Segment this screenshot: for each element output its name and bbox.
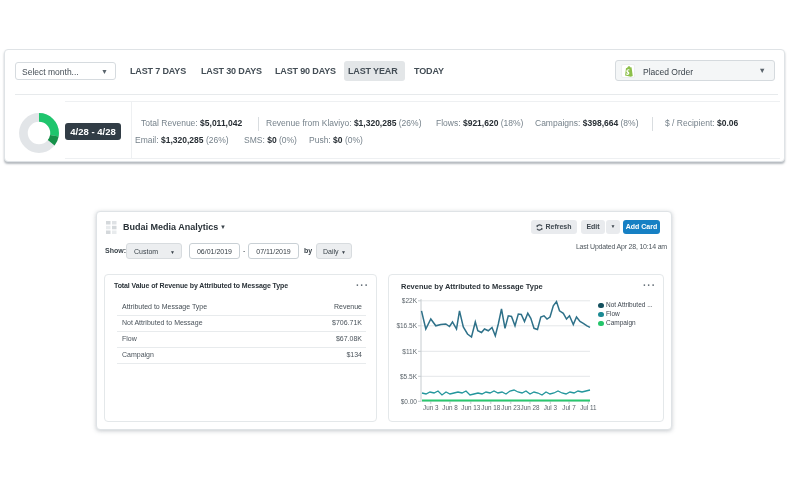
svg-text:Jun 23: Jun 23 <box>501 404 520 411</box>
svg-text:Jun 8: Jun 8 <box>442 404 458 411</box>
svg-text:$11K: $11K <box>402 348 417 355</box>
svg-text:$5.5K: $5.5K <box>400 373 418 380</box>
svg-text:$16.5K: $16.5K <box>396 322 417 329</box>
svg-text:Jun 3: Jun 3 <box>423 404 439 411</box>
svg-text:Jul 3: Jul 3 <box>544 404 558 411</box>
svg-text:Jun 18: Jun 18 <box>481 404 500 411</box>
svg-text:$22K: $22K <box>402 297 418 304</box>
svg-text:$0.00: $0.00 <box>401 398 418 405</box>
svg-text:Jun 13: Jun 13 <box>461 404 480 411</box>
svg-text:Jun 28: Jun 28 <box>521 404 540 411</box>
svg-text:Jul 7: Jul 7 <box>562 404 576 411</box>
svg-text:Jul 11: Jul 11 <box>580 404 597 411</box>
